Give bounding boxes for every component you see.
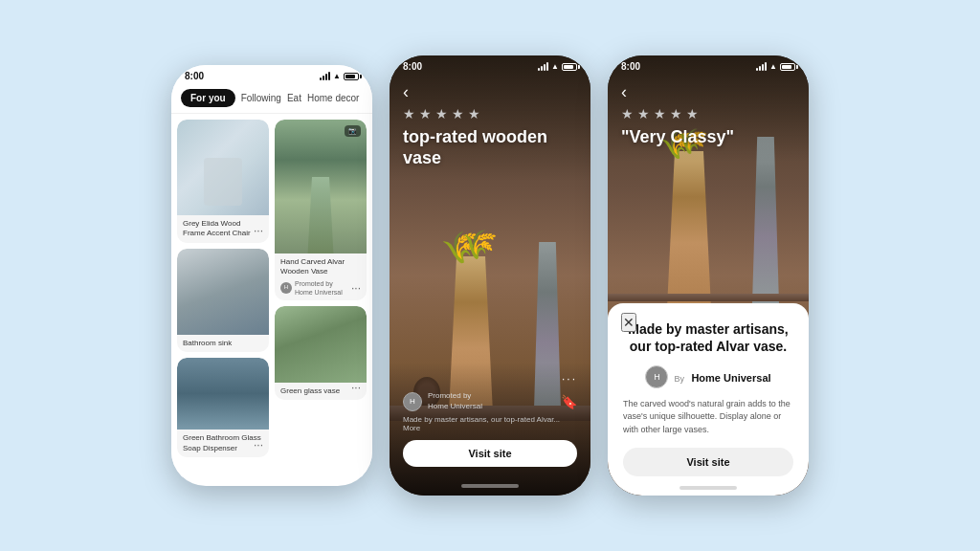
phone1-nav: For you Following Eat Home decor <box>171 83 372 114</box>
phone3-star-2: ★ <box>637 106 650 121</box>
phone3-status-icons: ▲ <box>756 62 795 71</box>
stars-row: ★ ★ ★ ★ ★ <box>403 106 577 121</box>
promoted-text-2: Promoted by Home Universal <box>428 391 482 411</box>
card-brand-row: H By Home Universal <box>623 365 793 388</box>
phone2-content: 🌾 🌾 ‹ ★ ★ ★ ★ ★ top-rated wooden vase <box>390 55 590 496</box>
bath-image <box>177 358 269 430</box>
phone3-star-4: ★ <box>670 106 682 121</box>
phone3-stars-row: ★ ★ ★ ★ ★ <box>621 106 795 121</box>
tab-home-decor[interactable]: Home decor <box>307 93 359 103</box>
pin-greenbottle-title: Green glass vase <box>280 386 361 396</box>
pin-vase-more[interactable]: ··· <box>351 281 361 295</box>
battery-icon <box>344 73 359 80</box>
phone2-back-button[interactable]: ‹ <box>403 82 577 102</box>
phone2-signal-icon <box>538 62 548 71</box>
three-dots-row: ··· <box>403 372 577 386</box>
phone-3: 8:00 ▲ <box>608 55 809 496</box>
pin-more-icon-2[interactable]: ··· <box>254 438 263 452</box>
phone2-time: 8:00 <box>403 61 422 72</box>
tab-following[interactable]: Following <box>241 93 281 103</box>
pin-vase-title: Hand Carved Alvar Wooden Vase <box>280 257 361 277</box>
pin-sink-title: Bathroom sink <box>183 339 263 348</box>
phone2-status-bar: 8:00 ▲ <box>390 55 590 74</box>
greenbottle-image <box>275 306 367 383</box>
star-4: ★ <box>452 106 464 121</box>
home-indicator <box>461 484 519 488</box>
card-visit-button[interactable]: Visit site <box>623 448 793 476</box>
product-title: top-rated wooden vase <box>403 127 577 168</box>
sink-image <box>177 249 269 335</box>
phone3-gray-vase <box>746 137 785 304</box>
visit-site-button[interactable]: Visit site <box>403 440 577 467</box>
pin-sink-info: Bathroom sink <box>177 335 269 352</box>
phone3-star-5: ★ <box>686 106 699 121</box>
phone3-back-button[interactable]: ‹ <box>621 82 795 102</box>
pin-chair-title: Grey Elida Wood Frame Accent Chair <box>183 219 263 239</box>
promoted-brand: Home Universal <box>428 402 482 411</box>
detail-card: ✕ Made by master artisans, our top-rated… <box>608 303 809 496</box>
pin-vase[interactable]: 📷 Hand Carved Alvar Wooden Vase H Promot… <box>275 120 367 300</box>
phone3-quote: "Very Classy" <box>621 127 795 148</box>
phone3-battery-icon <box>780 63 795 71</box>
card-description: The carved wood's natural grain adds to … <box>623 398 793 437</box>
phone1-status-icons: ▲ <box>320 72 359 80</box>
pin-bath-title: Green Bathroom Glass Soap Dispenser <box>183 433 263 453</box>
card-brand-name: Home Universal <box>691 372 770 384</box>
camera-badge: 📷 <box>345 125 361 137</box>
phone1-feed: For you Following Eat Home decor Grey El… <box>171 83 372 477</box>
phone3-wifi-icon: ▲ <box>769 62 777 71</box>
phones-container: 8:00 ▲ For you Following Eat Home dec <box>171 55 809 496</box>
phone3-star-3: ★ <box>654 106 666 121</box>
phone3-wooden-vase <box>660 151 718 304</box>
card-by-label: By Home Universal <box>674 368 770 386</box>
phone1-time: 8:00 <box>185 71 204 81</box>
phone2-battery-icon <box>562 63 577 71</box>
star-3: ★ <box>435 106 448 121</box>
by-label: By <box>674 374 684 384</box>
three-dots-icon[interactable]: ··· <box>562 372 577 386</box>
phone1-status-bar: 8:00 ▲ <box>171 65 372 83</box>
promoted-badge: H Promoted byHome Universal <box>280 279 361 297</box>
phone3-table <box>608 294 809 301</box>
phone-1: 8:00 ▲ For you Following Eat Home dec <box>171 65 372 486</box>
pin-grid: Grey Elida Wood Frame Accent Chair ··· B… <box>171 114 372 458</box>
phone3-time: 8:00 <box>621 61 640 72</box>
phone2-top-overlay: ‹ ★ ★ ★ ★ ★ top-rated wooden vase <box>390 55 590 182</box>
phone-2: 8:00 ▲ <box>390 55 590 496</box>
phone2-bottom-overlay: ··· H Promoted by Home Universal 🔖 Made … <box>390 363 590 496</box>
phone3-signal-icon <box>756 62 767 71</box>
wifi-icon: ▲ <box>333 72 341 80</box>
pin-sink[interactable]: Bathroom sink <box>177 249 269 352</box>
phone2-wifi-icon: ▲ <box>551 62 559 71</box>
col-left: Grey Elida Wood Frame Accent Chair ··· B… <box>177 120 269 457</box>
tab-eat[interactable]: Eat <box>287 93 301 103</box>
phone3-home-indicator <box>679 486 737 490</box>
close-button[interactable]: ✕ <box>621 313 636 332</box>
star-5: ★ <box>468 106 480 121</box>
promoted-label: Promoted by <box>428 391 482 401</box>
pin-greenbottle[interactable]: Green glass vase ··· <box>275 306 367 400</box>
phone3-star-1: ★ <box>621 106 634 121</box>
col-right: 📷 Hand Carved Alvar Wooden Vase H Promot… <box>275 120 367 457</box>
phone3-content: 🌾 🌾 ‹ ★ ★ ★ ★ ★ "Very Classy" ✕ Made <box>608 55 809 496</box>
pin-bath[interactable]: Green Bathroom Glass Soap Dispenser ··· <box>177 358 269 457</box>
star-1: ★ <box>403 106 415 121</box>
bookmark-icon[interactable]: 🔖 <box>561 394 577 409</box>
signal-icon <box>320 72 330 80</box>
promoted-text: Promoted byHome Universal <box>295 279 343 297</box>
phone3-status-bar: 8:00 ▲ <box>608 55 809 74</box>
promoted-row: H Promoted by Home Universal 🔖 <box>403 391 577 411</box>
card-title: Made by master artisans, our top-rated A… <box>623 320 793 355</box>
pin-chair[interactable]: Grey Elida Wood Frame Accent Chair ··· <box>177 120 269 243</box>
pin-more-icon[interactable]: ··· <box>254 224 263 237</box>
product-desc: Made by master artisans, our top-rated A… <box>403 415 577 432</box>
vase-image: 📷 <box>275 120 367 253</box>
tab-for-you[interactable]: For you <box>181 89 235 107</box>
brand-logo-2: H <box>403 392 422 411</box>
wheat-right: 🌾 <box>460 226 499 262</box>
brand-logo-3: H <box>645 365 668 388</box>
pin-greenbottle-more[interactable]: ··· <box>351 381 361 394</box>
star-2: ★ <box>419 106 432 121</box>
promoted-avatar: H <box>280 282 292 294</box>
chair-image <box>177 120 269 215</box>
